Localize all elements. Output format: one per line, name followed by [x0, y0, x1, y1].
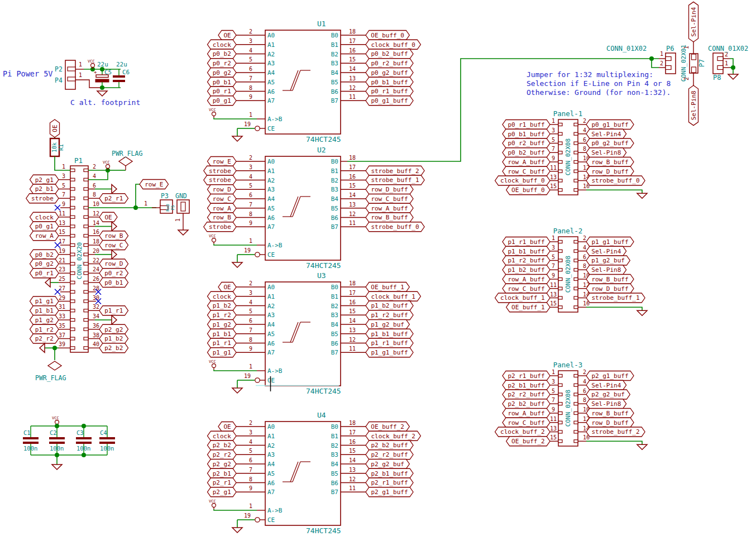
net-label-Sel-Pin4[interactable]: Sel-Pin4 [586, 246, 626, 256]
gnd-symbol[interactable] [232, 136, 242, 141]
net-label-p1_b2_buff[interactable]: p1_b2_buff [503, 265, 550, 275]
net-label-p1_r2[interactable]: p1_r2 [208, 310, 237, 320]
connector-panel-1[interactable]: Panel-1CONN_02X081p0_r1_buff3p0_b1_buff5… [495, 109, 647, 198]
ic-u4[interactable]: U474HCT2452OEA03clockA14p2_b2A25p2_r2A36… [208, 411, 421, 535]
net-label-p1_g2_buf[interactable]: p1_g2_buf [586, 256, 630, 265]
net-label-row_C_buff[interactable]: row_C_buff [503, 284, 550, 293]
net-label-p0_g2[interactable]: p0_g2 [208, 68, 237, 78]
pullup-r1[interactable]: OE10kR1 [50, 119, 65, 156]
net-label-p1_r1_buff[interactable]: p1_r1_buff [366, 338, 413, 348]
gnd-symbol[interactable] [112, 250, 117, 259]
pwr-flag-symbol[interactable]: PWR_FLAG [35, 361, 66, 382]
net-label-p2_g2[interactable]: p2_g2 [208, 459, 237, 469]
net-label-p2_r2[interactable]: p2_r2 [208, 450, 237, 459]
net-label-p0_b1[interactable]: p0_b1 [208, 77, 237, 87]
net-label-p1_b1_buff[interactable]: p1_b1_buff [503, 246, 550, 256]
net-label-p2_b2_buff[interactable]: p2_b2_buff [366, 441, 413, 450]
net-label-p2_b1_buff[interactable]: p2_b1_buff [366, 468, 413, 478]
gnd-symbol[interactable] [637, 193, 647, 198]
net-label-Sel-Pin8[interactable]: Sel-Pin8 [586, 148, 626, 157]
net-label-strobe_buff_1[interactable]: strobe_buff_1 [366, 175, 424, 185]
net-label-p2_b1[interactable]: p2_b1 [208, 468, 237, 478]
gnd-symbol[interactable] [112, 315, 117, 324]
net-label-p0_r2_buff[interactable]: p0_r2_buff [503, 138, 550, 148]
net-label-p2_b2[interactable]: p2_b2 [208, 441, 237, 450]
ic-u1[interactable]: U174HCT2452OEA03clockA14p0_b2A25p0_r2A36… [208, 20, 421, 143]
net-label-p2_g2[interactable]: p2_g2 [99, 324, 128, 334]
net-label-OE_buff_2[interactable]: OE_buff_2 [506, 437, 550, 446]
capacitor-c5[interactable]: +22uC5 [94, 61, 112, 88]
net-label-OE[interactable]: OE [218, 31, 236, 40]
vcc-symbol[interactable]: VCC [209, 234, 216, 244]
net-label-row_A_buff[interactable]: row_A_buff [503, 157, 550, 167]
net-label-p1_g1_buff[interactable]: p1_g1_buff [366, 348, 413, 357]
net-label-OE_buff_0[interactable]: OE_buff_0 [366, 31, 409, 40]
net-label-vertical[interactable]: Sel-Pin4 [689, 2, 698, 42]
net-label-p0_r2[interactable]: p0_r2 [99, 269, 128, 278]
net-label-row_C[interactable]: row_C [99, 241, 128, 250]
net-label-OE[interactable]: OE [50, 119, 60, 137]
gnd-symbol[interactable] [112, 185, 117, 194]
capacitor-c2[interactable]: C2100n [49, 426, 65, 455]
net-label-p1_r2_buff[interactable]: p1_r2_buff [366, 310, 413, 320]
net-label-p1_r2_buff[interactable]: p1_r2_buff [503, 256, 550, 265]
net-label-p2_g1[interactable]: p2_g1 [208, 487, 237, 497]
net-label-row_B_buff[interactable]: row_B_buff [586, 157, 634, 167]
vcc-symbol[interactable]: VCC [209, 499, 216, 509]
net-label-clock[interactable]: clock [208, 291, 237, 301]
net-label-p1_r1[interactable]: p1_r1 [208, 338, 237, 348]
net-label-row_A_buff[interactable]: row_A_buff [503, 275, 550, 284]
net-label-row_D_buff[interactable]: row_D_buff [586, 418, 634, 427]
net-label-clock_buff_2[interactable]: clock_buff_2 [366, 431, 420, 441]
net-label-p0_r1_buff[interactable]: p0_r1_buff [366, 87, 413, 96]
net-label-Sel-Pin4[interactable]: Sel-Pin4 [586, 129, 626, 138]
net-label-OE_buff_2[interactable]: OE_buff_2 [366, 422, 409, 432]
net-label-p0_g1[interactable]: p0_g1 [30, 222, 59, 231]
net-label-p1_b1_buff[interactable]: p1_b1_buff [366, 329, 413, 338]
net-label-row_E[interactable]: row_E [140, 180, 169, 189]
net-label-p0_r1_buff[interactable]: p0_r1_buff [503, 120, 550, 130]
gnd-symbol[interactable] [40, 343, 45, 352]
net-label-p1_g2_buf[interactable]: p1_g2_buf [366, 320, 409, 329]
vcc-symbol[interactable]: VCC [209, 360, 216, 370]
net-label-OE_buff_1[interactable]: OE_buff_1 [366, 283, 409, 292]
net-label-OE_buff_1[interactable]: OE_buff_1 [506, 303, 550, 312]
net-label-p1_b2[interactable]: p1_b2 [99, 334, 128, 343]
capacitor-c4[interactable]: C4100n [99, 426, 115, 455]
net-label-OE_buff_0[interactable]: OE_buff_0 [506, 185, 550, 195]
gnd-symbol[interactable] [112, 222, 117, 231]
net-label-row_D_buff[interactable]: row_D_buff [586, 284, 634, 293]
net-label-row_D_buff[interactable]: row_D_buff [586, 166, 634, 176]
net-label-p1_b2[interactable]: p1_b2 [208, 301, 237, 310]
net-label-strobe_buff_0[interactable]: strobe_buff_0 [366, 222, 424, 232]
net-label-p0_b1[interactable]: p0_b1 [99, 278, 128, 288]
net-label-p1_b1[interactable]: p1_b1 [208, 329, 237, 338]
net-label-p1_r2[interactable]: p1_r2 [30, 324, 59, 334]
net-label-p2_r2_buff[interactable]: p2_r2_buff [366, 450, 413, 459]
net-label-Sel-Pin4[interactable]: Sel-Pin4 [689, 2, 698, 42]
net-label-strobe[interactable]: strobe [26, 194, 59, 203]
net-label-p2_b1_buff[interactable]: p2_b1_buff [503, 380, 550, 390]
net-label-p0_b2_buff[interactable]: p0_b2_buff [366, 49, 413, 59]
net-label-row_C_buff[interactable]: row_C_buff [503, 166, 550, 176]
gnd-symbol[interactable] [728, 74, 738, 79]
net-label-p2_g1_buff[interactable]: p2_g1_buff [366, 487, 413, 497]
connector-p7[interactable]: Sel-Pin4Sel-Pin812CONN_02X01P7 [680, 2, 706, 125]
net-label-p0_g1_buff[interactable]: p0_g1_buff [366, 96, 413, 106]
net-label-row_A[interactable]: row_A [208, 203, 237, 213]
net-label-p0_g2_buff[interactable]: p0_g2_buff [586, 138, 634, 148]
net-label-p0_g1_buff[interactable]: p0_g1_buff [586, 120, 634, 130]
net-label-row_D_buff[interactable]: row_D_buff [366, 185, 413, 194]
net-label-row_D[interactable]: row_D [208, 185, 237, 194]
net-label-p0_g1[interactable]: p0_g1 [208, 96, 237, 106]
gnd-symbol[interactable] [232, 528, 242, 533]
net-label-Sel-Pin8[interactable]: Sel-Pin8 [586, 265, 626, 275]
net-label-row_A[interactable]: row_A [30, 231, 59, 241]
net-label-clock[interactable]: clock [30, 212, 59, 222]
net-label-p2_g1_buff[interactable]: p2_g1_buff [586, 371, 634, 381]
gnd-symbol[interactable] [45, 278, 50, 287]
net-label-p2_r2[interactable]: p2_r2 [30, 334, 59, 343]
net-label-p0_b2_buff[interactable]: p0_b2_buff [503, 148, 550, 157]
net-label-clock_buff_1[interactable]: clock_buff_1 [495, 293, 550, 303]
net-label-Sel-Pin4[interactable]: Sel-Pin4 [586, 380, 626, 390]
